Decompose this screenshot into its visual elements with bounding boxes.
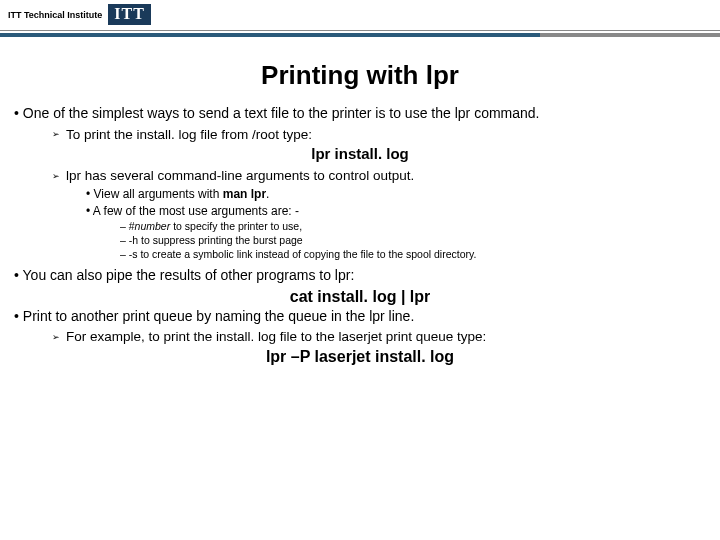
bullet-item: • You can also pipe the results of other… <box>14 267 706 285</box>
bullet-item: • Print to another print queue by naming… <box>14 308 706 326</box>
sub-bullet-text: To print the install. log file from /roo… <box>66 127 312 142</box>
arrow-bullet-icon: ➢ <box>52 332 60 342</box>
arrow-bullet-icon: ➢ <box>52 171 60 181</box>
dash-item: – -h to suppress printing the burst page <box>120 234 706 247</box>
command-text: lpr –P laserjet install. log <box>14 347 706 367</box>
sub-bullet-text: For example, to print the install. log f… <box>66 329 486 344</box>
slide-title: Printing with lpr <box>0 60 720 91</box>
bold-text: man lpr <box>223 187 266 201</box>
sub-sub-bullet: • View all arguments with man lpr. <box>86 187 706 202</box>
logo-area: ITT Technical Institute ITT <box>8 4 151 25</box>
dash-item: – #number to specify the printer to use, <box>120 220 706 233</box>
bullet-item: • One of the simplest ways to send a tex… <box>14 105 706 123</box>
italic-text: number <box>135 220 171 232</box>
sub-bullet: ➢For example, to print the install. log … <box>52 329 706 346</box>
sub-bullet-text: lpr has several command-line arguments t… <box>66 168 414 183</box>
sub-sub-bullet: • A few of the most use arguments are: - <box>86 204 706 219</box>
brand-name: ITT Technical Institute <box>8 10 102 20</box>
logo-icon: ITT <box>108 4 151 25</box>
slide-header: ITT Technical Institute ITT <box>0 0 720 42</box>
header-divider <box>0 30 720 37</box>
arrow-bullet-icon: ➢ <box>52 129 60 139</box>
sub-bullet: ➢To print the install. log file from /ro… <box>52 127 706 144</box>
sub-bullet: ➢lpr has several command-line arguments … <box>52 168 706 185</box>
dash-item: – -s to create a symbolic link instead o… <box>120 248 706 261</box>
command-text: lpr install. log <box>14 145 706 164</box>
slide-content: • One of the simplest ways to send a tex… <box>0 105 720 367</box>
command-text: cat install. log | lpr <box>14 287 706 307</box>
